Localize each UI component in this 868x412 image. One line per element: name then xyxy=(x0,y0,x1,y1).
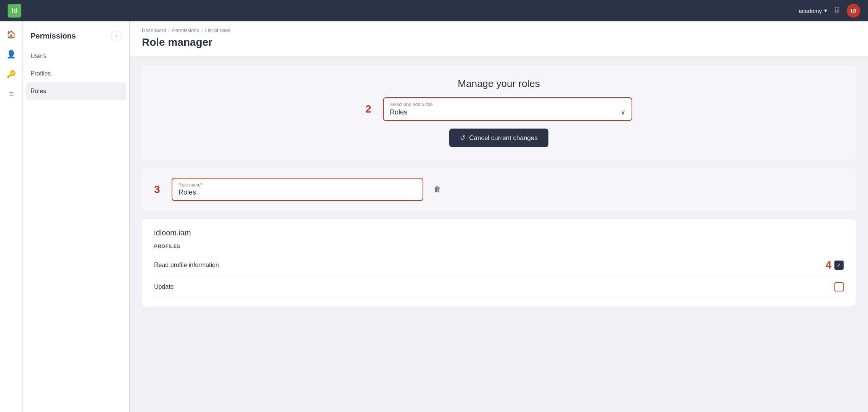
sidebar-item-roles-label: Roles xyxy=(31,88,46,94)
role-dropdown[interactable]: Select and edit a role Roles ∨ xyxy=(383,97,632,121)
delete-button[interactable]: 🗑 xyxy=(429,182,445,198)
idloom-title: idloom.iam xyxy=(154,229,844,237)
permission-checkbox-1[interactable] xyxy=(834,282,844,291)
chevron-down-icon: ▾ xyxy=(824,7,827,14)
logo[interactable]: id xyxy=(8,4,21,18)
sidebar-item-users[interactable]: Users xyxy=(23,47,129,65)
role-name-label: Role name* xyxy=(178,182,416,188)
step2-row: 2 Select and edit a role Roles ∨ xyxy=(365,97,632,121)
sidebar-item-users-label: Users xyxy=(31,53,47,59)
sidebar-item-roles[interactable]: Roles xyxy=(26,82,126,100)
permission-row-1: Update xyxy=(154,277,844,297)
manage-title: Manage your roles xyxy=(458,78,540,90)
logo-text: id xyxy=(12,7,17,14)
page-title: Role manager xyxy=(142,36,856,48)
role-name-input-wrapper: Role name* xyxy=(172,178,423,201)
trash-icon: 🗑 xyxy=(434,185,441,194)
sidebar-item-profiles-label: Profiles xyxy=(31,70,51,77)
left-sidebar: Permissions ‹ Users Profiles Roles xyxy=(23,21,130,412)
navbar-left: id xyxy=(8,4,21,18)
breadcrumb-list-of-roles: List of roles xyxy=(205,27,230,33)
profiles-header: PROFILES xyxy=(154,243,844,249)
collapse-button[interactable]: ‹ xyxy=(111,31,122,41)
account-label: academy xyxy=(799,8,822,14)
permission-row-0: Read profile information 4 xyxy=(154,254,844,277)
sidebar-icon-users[interactable]: 👤 xyxy=(3,46,20,63)
sidebar-title: Permissions xyxy=(31,32,76,40)
sidebar-header: Permissions ‹ xyxy=(23,21,129,47)
grid-icon[interactable]: ⠿ xyxy=(834,6,840,15)
permission-checkbox-0[interactable] xyxy=(834,261,844,270)
content-body: Manage your roles 2 Select and edit a ro… xyxy=(130,56,868,315)
dropdown-value: Roles xyxy=(390,108,407,116)
chevron-down-icon: ∨ xyxy=(620,108,625,116)
permission-label-0: Read profile information xyxy=(154,262,219,269)
dropdown-value-row: Roles ∨ xyxy=(390,108,625,116)
idloom-section: idloom.iam PROFILES Read profile informa… xyxy=(142,219,856,306)
undo-icon: ↺ xyxy=(460,134,465,142)
step2-number: 2 xyxy=(365,103,377,115)
step4-area: 4 xyxy=(825,259,844,271)
account-dropdown-button[interactable]: academy ▾ xyxy=(799,7,827,14)
cancel-button-label: Cancel current changes xyxy=(469,134,538,142)
permission-label-1: Update xyxy=(154,283,174,290)
navbar-right: academy ▾ ⠿ ID xyxy=(799,4,860,18)
avatar-initials: ID xyxy=(851,8,856,14)
breadcrumb-dashboard[interactable]: Dashboard xyxy=(142,27,166,33)
sidebar-icon-key[interactable]: 🔑 xyxy=(3,66,20,82)
step3-number: 3 xyxy=(154,183,166,196)
cancel-button[interactable]: ↺ Cancel current changes xyxy=(449,129,548,147)
role-form-row: 3 Role name* 🗑 xyxy=(154,178,844,201)
breadcrumb-sep-1: / xyxy=(169,27,170,33)
avatar[interactable]: ID xyxy=(847,4,860,18)
sidebar-item-profiles[interactable]: Profiles xyxy=(23,65,129,82)
page-header: Dashboard / Permissions / List of roles … xyxy=(130,21,868,56)
step4-number: 4 xyxy=(825,259,831,271)
sidebar-icon-tasks[interactable]: ≡ xyxy=(3,85,20,102)
breadcrumb-permissions[interactable]: Permissions xyxy=(172,27,199,33)
navbar: id academy ▾ ⠿ ID xyxy=(0,0,868,21)
breadcrumb: Dashboard / Permissions / List of roles xyxy=(142,27,856,33)
main-layout: 🏠 👤 🔑 ≡ Permissions ‹ Users Profiles Rol… xyxy=(0,21,868,412)
icon-sidebar: 🏠 👤 🔑 ≡ xyxy=(0,21,23,412)
role-form-section: 3 Role name* 🗑 xyxy=(142,169,856,210)
manage-section: Manage your roles 2 Select and edit a ro… xyxy=(142,66,856,159)
dropdown-label: Select and edit a role xyxy=(390,102,625,107)
content-area: Dashboard / Permissions / List of roles … xyxy=(130,21,868,412)
breadcrumb-sep-2: / xyxy=(201,27,203,33)
role-name-input[interactable] xyxy=(178,188,416,196)
sidebar-icon-home[interactable]: 🏠 xyxy=(3,26,20,43)
